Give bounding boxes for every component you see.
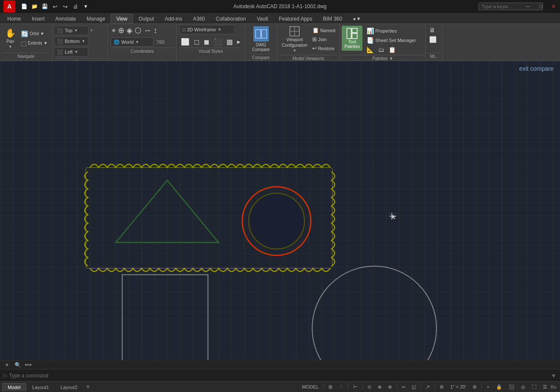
view-left-btn[interactable]: ⬛Left▼ bbox=[54, 47, 88, 57]
tab-manage[interactable]: Manage bbox=[81, 14, 110, 24]
tab-more[interactable]: ●▼ bbox=[348, 14, 366, 24]
close-btn[interactable]: ✕ bbox=[547, 0, 560, 13]
orbit-btn[interactable]: 🔄Orbit ▼ bbox=[19, 30, 49, 38]
exit-compare-btn[interactable]: exit compare bbox=[519, 65, 554, 72]
cmdline-search-btn[interactable]: 🔍 bbox=[13, 360, 22, 370]
compare-label[interactable]: Compare bbox=[252, 54, 270, 61]
fullscreen-btn[interactable]: ⛶ bbox=[529, 383, 539, 390]
maximize-btn[interactable]: □ bbox=[534, 0, 547, 13]
tab-vault[interactable]: Vault bbox=[252, 14, 273, 24]
vs-icon-1[interactable]: ⬜ bbox=[179, 37, 191, 47]
snap-track-btn[interactable]: ⊕ bbox=[375, 383, 384, 391]
model-space-btn[interactable]: MODEL bbox=[299, 383, 321, 390]
model-viewports-label[interactable]: Model Viewports bbox=[280, 55, 337, 61]
grid-btn[interactable]: ⊞ bbox=[326, 383, 335, 391]
properties-btn[interactable]: 📊 Properties bbox=[365, 27, 418, 35]
tab-model[interactable]: Model bbox=[2, 383, 26, 391]
qprops-btn[interactable]: ⚙ bbox=[437, 383, 446, 391]
sheet-set-manager-btn[interactable]: 📑 Sheet Set Manager bbox=[365, 36, 418, 45]
coord-icon-2[interactable]: ⊕ bbox=[117, 25, 125, 36]
dyn-input-btn[interactable]: ↗ bbox=[423, 383, 432, 391]
tab-home[interactable]: Home bbox=[2, 14, 26, 24]
wi-btn-2[interactable]: ⬜ bbox=[428, 35, 441, 44]
svg-rect-8 bbox=[352, 33, 357, 39]
palette-icon-1[interactable]: 📐 bbox=[365, 45, 376, 54]
tab-a360[interactable]: A360 bbox=[188, 14, 210, 24]
coord-icon-6[interactable]: ↕ bbox=[153, 25, 158, 36]
wi-label[interactable]: Wi... bbox=[428, 53, 441, 60]
qa-undo-btn[interactable]: ↩ bbox=[50, 2, 60, 11]
lineweight-btn[interactable]: ═ bbox=[399, 383, 408, 390]
wi-btn-1[interactable]: 🖥 bbox=[428, 26, 441, 34]
world-dropdown[interactable]: 🌐 World ▼ bbox=[111, 37, 154, 47]
cmdline-close-btn[interactable]: × bbox=[2, 360, 12, 370]
palettes-label[interactable]: Palettes ▼ bbox=[342, 55, 424, 61]
palette-icon-2[interactable]: 🗂 bbox=[376, 45, 386, 54]
lock-btn[interactable]: 🔒 bbox=[494, 383, 505, 391]
vs-icon-2[interactable]: ◻ bbox=[192, 37, 201, 47]
polar-btn[interactable]: ⊙ bbox=[365, 383, 374, 391]
navigate-group: ✋ Pan ▼ 🔄Orbit ▼ ⬚Extents ▼ Navigate bbox=[0, 24, 52, 60]
qa-more-btn[interactable]: ▼ bbox=[81, 2, 90, 11]
vs-icon-5[interactable]: ▩ bbox=[225, 37, 235, 47]
view-top-btn[interactable]: ⬛Top▼ bbox=[54, 26, 88, 35]
palette-icon-3[interactable]: 📋 bbox=[387, 45, 397, 54]
transparency-btn[interactable]: ◱ bbox=[409, 383, 418, 391]
visual-style-dropdown[interactable]: □ 2D Wireframe ▼ bbox=[179, 25, 235, 34]
tab-bim360[interactable]: BIM 360 bbox=[318, 14, 347, 24]
qa-new-btn[interactable]: 📄 bbox=[19, 2, 29, 11]
navigate-label[interactable]: Navigate bbox=[3, 53, 49, 60]
tab-collaboration[interactable]: Collaboration bbox=[211, 14, 251, 24]
anno-scale-btn[interactable]: 1" = 20' bbox=[448, 383, 469, 390]
vs-expand[interactable]: ▶ bbox=[235, 37, 242, 47]
join-btn[interactable]: ⊞ Join bbox=[310, 35, 337, 43]
tool-palettes-btn[interactable]: Tool Palettes bbox=[342, 26, 362, 51]
named-btn[interactable]: 📋 Named bbox=[310, 26, 337, 34]
hardware-btn[interactable]: ⬛ bbox=[506, 383, 517, 391]
qa-save-btn[interactable]: 💾 bbox=[40, 2, 49, 11]
coord-icon-4[interactable]: ⬡ bbox=[134, 25, 142, 36]
qa-redo-btn[interactable]: ↪ bbox=[60, 2, 70, 11]
tab-annotate[interactable]: Annotate bbox=[50, 14, 81, 24]
coord-icon-1[interactable]: ⌖ bbox=[111, 25, 117, 36]
view-top-expand[interactable]: ▼ bbox=[90, 28, 93, 33]
dwg-compare-btn[interactable]: DWG Compare bbox=[249, 25, 273, 53]
pan-btn[interactable]: ✋ Pan ▼ bbox=[3, 28, 18, 49]
add-tab-btn[interactable]: + bbox=[83, 382, 93, 392]
ortho-btn[interactable]: ⊢ bbox=[351, 383, 360, 391]
view-bottom-btn[interactable]: ⬛Bottom▼ bbox=[54, 36, 88, 46]
cmdline-scroll-btn[interactable]: ▼ bbox=[551, 372, 557, 379]
isolate-btn[interactable]: ◎ bbox=[518, 383, 528, 391]
cmdline-arrows-btn[interactable]: ⟺ bbox=[24, 360, 33, 370]
viewport-config-btn[interactable]: Viewport Configuration ▼ bbox=[280, 25, 309, 54]
cmdline-input[interactable] bbox=[9, 373, 551, 379]
customize-btn[interactable]: ☰ bbox=[540, 383, 550, 391]
qa-print-btn[interactable]: 🖨 bbox=[71, 2, 80, 11]
coord-icon-5[interactable]: ↔ bbox=[143, 25, 152, 36]
settings-btn[interactable]: ⚙ bbox=[470, 383, 479, 391]
vs-icon-3[interactable]: ◼ bbox=[202, 37, 211, 47]
qa-open-btn[interactable]: 📁 bbox=[30, 2, 39, 11]
tab-insert[interactable]: Insert bbox=[27, 14, 50, 24]
workspace-btn[interactable]: + bbox=[484, 383, 492, 390]
window-controls: ─ □ ✕ bbox=[521, 0, 560, 13]
tab-view[interactable]: View bbox=[111, 14, 133, 24]
canvas-area[interactable]: exit compare bbox=[0, 61, 560, 360]
tab-layout1[interactable]: Layout1 bbox=[27, 383, 54, 391]
tab-featured-apps[interactable]: Featured Apps bbox=[274, 14, 317, 24]
tab-output[interactable]: Output bbox=[133, 14, 159, 24]
status-sep-4 bbox=[397, 383, 397, 390]
coord-icon-3[interactable]: ◈ bbox=[126, 25, 133, 36]
otrack-btn[interactable]: ⊗ bbox=[385, 383, 394, 391]
tab-addins[interactable]: Add-ins bbox=[160, 14, 187, 24]
tab-layout2[interactable]: Layout2 bbox=[55, 383, 83, 391]
visual-styles-label[interactable]: Visual Styles bbox=[179, 48, 242, 54]
sheet-set-label: Sheet Set Manager bbox=[375, 38, 416, 43]
extents-btn[interactable]: ⬚Extents ▼ bbox=[19, 39, 49, 48]
minimize-btn[interactable]: ─ bbox=[521, 0, 534, 13]
coordinates-label[interactable]: Coordinates bbox=[111, 48, 174, 54]
restore-btn[interactable]: ↩ Restore bbox=[310, 44, 337, 52]
vs-icon-4[interactable]: ⬛ bbox=[212, 37, 224, 47]
model-viewports-group: Viewport Configuration ▼ 📋 Named ⊞ Join … bbox=[277, 24, 340, 60]
snap-btn[interactable]: ⋮ bbox=[336, 383, 346, 391]
